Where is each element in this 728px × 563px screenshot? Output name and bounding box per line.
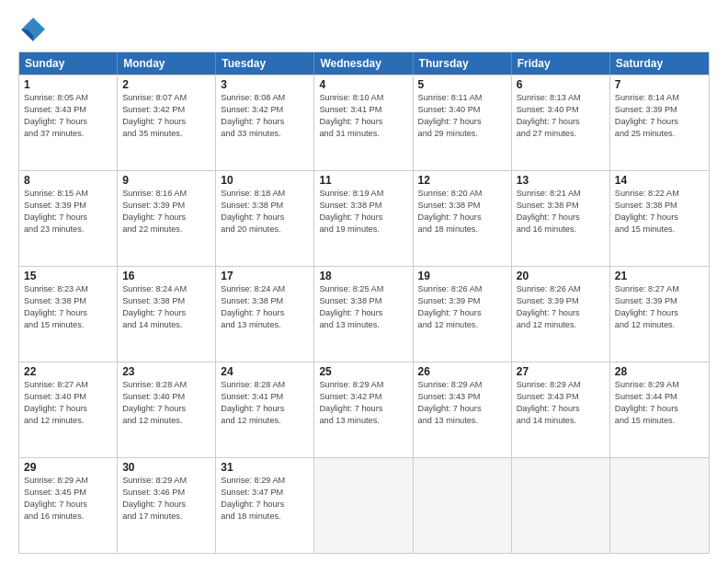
header <box>18 15 710 44</box>
day-info: Sunrise: 8:20 AM Sunset: 3:38 PM Dayligh… <box>418 188 506 236</box>
calendar-cell: 13Sunrise: 8:21 AM Sunset: 3:38 PM Dayli… <box>512 171 610 266</box>
calendar-cell: 2Sunrise: 8:07 AM Sunset: 3:42 PM Daylig… <box>118 75 216 170</box>
day-info: Sunrise: 8:21 AM Sunset: 3:38 PM Dayligh… <box>517 188 605 236</box>
day-info: Sunrise: 8:23 AM Sunset: 3:38 PM Dayligh… <box>24 283 112 331</box>
day-info: Sunrise: 8:24 AM Sunset: 3:38 PM Dayligh… <box>122 283 210 331</box>
calendar-week-1: 1Sunrise: 8:05 AM Sunset: 3:43 PM Daylig… <box>19 75 709 170</box>
day-info: Sunrise: 8:27 AM Sunset: 3:40 PM Dayligh… <box>24 379 112 427</box>
day-number: 15 <box>24 270 112 282</box>
calendar-cell: 22Sunrise: 8:27 AM Sunset: 3:40 PM Dayli… <box>19 362 118 457</box>
day-info: Sunrise: 8:26 AM Sunset: 3:39 PM Dayligh… <box>517 283 605 331</box>
calendar: SundayMondayTuesdayWednesdayThursdayFrid… <box>18 52 710 554</box>
day-number: 29 <box>24 461 112 474</box>
day-info: Sunrise: 8:29 AM Sunset: 3:46 PM Dayligh… <box>122 475 210 523</box>
day-info: Sunrise: 8:27 AM Sunset: 3:39 PM Dayligh… <box>615 283 704 331</box>
calendar-week-5: 29Sunrise: 8:29 AM Sunset: 3:45 PM Dayli… <box>19 457 709 553</box>
calendar-cell: 15Sunrise: 8:23 AM Sunset: 3:38 PM Dayli… <box>19 267 118 362</box>
calendar-cell: 17Sunrise: 8:24 AM Sunset: 3:38 PM Dayli… <box>216 267 314 362</box>
calendar-cell: 25Sunrise: 8:29 AM Sunset: 3:42 PM Dayli… <box>314 362 413 457</box>
day-info: Sunrise: 8:10 AM Sunset: 3:41 PM Dayligh… <box>319 92 407 140</box>
day-info: Sunrise: 8:13 AM Sunset: 3:40 PM Dayligh… <box>517 92 605 140</box>
calendar-header: SundayMondayTuesdayWednesdayThursdayFrid… <box>19 52 709 75</box>
day-number: 8 <box>24 174 112 187</box>
day-number: 22 <box>24 365 112 378</box>
calendar-cell: 18Sunrise: 8:25 AM Sunset: 3:38 PM Dayli… <box>314 267 413 362</box>
day-number: 6 <box>517 78 605 91</box>
day-number: 18 <box>319 270 407 282</box>
calendar-cell: 23Sunrise: 8:28 AM Sunset: 3:40 PM Dayli… <box>118 362 216 457</box>
day-number: 2 <box>122 78 210 91</box>
calendar-cell: 10Sunrise: 8:18 AM Sunset: 3:38 PM Dayli… <box>216 171 314 266</box>
day-info: Sunrise: 8:16 AM Sunset: 3:39 PM Dayligh… <box>122 188 210 236</box>
day-info: Sunrise: 8:29 AM Sunset: 3:45 PM Dayligh… <box>24 475 112 523</box>
day-number: 19 <box>418 270 506 282</box>
calendar-cell: 31Sunrise: 8:29 AM Sunset: 3:47 PM Dayli… <box>216 458 314 553</box>
calendar-cell: 6Sunrise: 8:13 AM Sunset: 3:40 PM Daylig… <box>512 75 610 170</box>
day-number: 14 <box>615 174 704 187</box>
day-info: Sunrise: 8:05 AM Sunset: 3:43 PM Dayligh… <box>24 92 112 140</box>
calendar-cell: 28Sunrise: 8:29 AM Sunset: 3:44 PM Dayli… <box>610 362 709 457</box>
day-info: Sunrise: 8:07 AM Sunset: 3:42 PM Dayligh… <box>122 92 210 140</box>
day-number: 1 <box>24 78 112 91</box>
page: SundayMondayTuesdayWednesdayThursdayFrid… <box>0 0 728 563</box>
day-number: 28 <box>615 365 704 378</box>
calendar-cell: 29Sunrise: 8:29 AM Sunset: 3:45 PM Dayli… <box>19 458 118 553</box>
day-number: 21 <box>615 270 704 282</box>
day-info: Sunrise: 8:29 AM Sunset: 3:43 PM Dayligh… <box>418 379 506 427</box>
calendar-cell <box>414 458 512 553</box>
day-number: 24 <box>221 365 309 378</box>
day-number: 27 <box>517 365 605 378</box>
cal-header-wednesday: Wednesday <box>314 52 413 75</box>
day-info: Sunrise: 8:26 AM Sunset: 3:39 PM Dayligh… <box>418 283 506 331</box>
day-number: 23 <box>122 365 210 378</box>
day-number: 31 <box>221 461 309 474</box>
day-number: 17 <box>221 270 309 282</box>
calendar-cell <box>512 458 610 553</box>
day-number: 7 <box>615 78 704 91</box>
day-number: 5 <box>418 78 506 91</box>
calendar-cell <box>314 458 413 553</box>
calendar-cell: 27Sunrise: 8:29 AM Sunset: 3:43 PM Dayli… <box>512 362 610 457</box>
calendar-cell: 9Sunrise: 8:16 AM Sunset: 3:39 PM Daylig… <box>118 171 216 266</box>
calendar-cell: 14Sunrise: 8:22 AM Sunset: 3:38 PM Dayli… <box>610 171 709 266</box>
calendar-cell <box>610 458 709 553</box>
calendar-cell: 3Sunrise: 8:08 AM Sunset: 3:42 PM Daylig… <box>216 75 314 170</box>
day-number: 26 <box>418 365 506 378</box>
calendar-cell: 1Sunrise: 8:05 AM Sunset: 3:43 PM Daylig… <box>19 75 118 170</box>
day-number: 20 <box>517 270 605 282</box>
calendar-cell: 24Sunrise: 8:28 AM Sunset: 3:41 PM Dayli… <box>216 362 314 457</box>
day-number: 30 <box>122 461 210 474</box>
day-info: Sunrise: 8:28 AM Sunset: 3:40 PM Dayligh… <box>122 379 210 427</box>
day-info: Sunrise: 8:15 AM Sunset: 3:39 PM Dayligh… <box>24 188 112 236</box>
calendar-cell: 5Sunrise: 8:11 AM Sunset: 3:40 PM Daylig… <box>414 75 512 170</box>
calendar-cell: 7Sunrise: 8:14 AM Sunset: 3:39 PM Daylig… <box>610 75 709 170</box>
day-info: Sunrise: 8:22 AM Sunset: 3:38 PM Dayligh… <box>615 188 704 236</box>
calendar-cell: 21Sunrise: 8:27 AM Sunset: 3:39 PM Dayli… <box>610 267 709 362</box>
day-info: Sunrise: 8:19 AM Sunset: 3:38 PM Dayligh… <box>319 188 407 236</box>
calendar-cell: 20Sunrise: 8:26 AM Sunset: 3:39 PM Dayli… <box>512 267 610 362</box>
day-info: Sunrise: 8:29 AM Sunset: 3:42 PM Dayligh… <box>319 379 407 427</box>
day-info: Sunrise: 8:25 AM Sunset: 3:38 PM Dayligh… <box>319 283 407 331</box>
calendar-week-4: 22Sunrise: 8:27 AM Sunset: 3:40 PM Dayli… <box>19 362 709 457</box>
day-info: Sunrise: 8:29 AM Sunset: 3:43 PM Dayligh… <box>517 379 605 427</box>
day-number: 25 <box>319 365 407 378</box>
day-number: 12 <box>418 174 506 187</box>
cal-header-friday: Friday <box>512 52 610 75</box>
day-info: Sunrise: 8:28 AM Sunset: 3:41 PM Dayligh… <box>221 379 309 427</box>
day-info: Sunrise: 8:14 AM Sunset: 3:39 PM Dayligh… <box>615 92 704 140</box>
logo-icon <box>18 15 48 44</box>
logo <box>18 15 51 44</box>
calendar-cell: 30Sunrise: 8:29 AM Sunset: 3:46 PM Dayli… <box>118 458 216 553</box>
calendar-week-3: 15Sunrise: 8:23 AM Sunset: 3:38 PM Dayli… <box>19 266 709 362</box>
calendar-cell: 11Sunrise: 8:19 AM Sunset: 3:38 PM Dayli… <box>314 171 413 266</box>
cal-header-saturday: Saturday <box>610 52 709 75</box>
calendar-cell: 19Sunrise: 8:26 AM Sunset: 3:39 PM Dayli… <box>414 267 512 362</box>
day-info: Sunrise: 8:29 AM Sunset: 3:47 PM Dayligh… <box>221 475 309 523</box>
day-number: 9 <box>122 174 210 187</box>
day-number: 11 <box>319 174 407 187</box>
day-number: 4 <box>319 78 407 91</box>
calendar-cell: 8Sunrise: 8:15 AM Sunset: 3:39 PM Daylig… <box>19 171 118 266</box>
day-number: 10 <box>221 174 309 187</box>
day-number: 13 <box>517 174 605 187</box>
cal-header-thursday: Thursday <box>414 52 512 75</box>
